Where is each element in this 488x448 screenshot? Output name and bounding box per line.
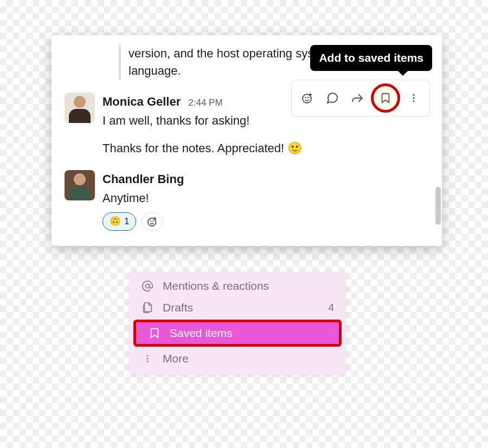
sidebar-item-count: 4 — [328, 302, 334, 314]
sidebar-item-more[interactable]: More — [129, 348, 346, 369]
sidebar-item-label: More — [163, 352, 189, 365]
share-button[interactable] — [346, 87, 369, 109]
sidebar-item-drafts[interactable]: Drafts 4 — [129, 297, 346, 319]
svg-point-7 — [151, 220, 151, 221]
drafts-icon — [141, 302, 154, 314]
save-message-button[interactable] — [371, 83, 400, 113]
message-author[interactable]: Chandler Bing — [102, 170, 184, 188]
more-actions-button[interactable] — [402, 87, 425, 109]
svg-point-10 — [147, 355, 149, 356]
message-text: Anytime! — [102, 189, 429, 207]
add-reaction-button[interactable] — [142, 212, 163, 231]
svg-point-12 — [147, 361, 149, 362]
reaction-pill[interactable]: 🙃 1 — [102, 212, 136, 231]
thread-reply-button[interactable] — [321, 87, 344, 109]
sidebar-item-label: Mentions & reactions — [163, 280, 269, 293]
message-time: 2:44 PM — [188, 96, 222, 110]
sidebar-item-label: Drafts — [163, 301, 193, 314]
tooltip-label: Add to saved items — [319, 51, 423, 64]
reaction-emoji: 🙃 — [110, 215, 121, 229]
svg-point-2 — [308, 98, 309, 98]
message-author[interactable]: Monica Geller — [102, 93, 181, 111]
svg-point-8 — [153, 220, 153, 221]
more-icon — [141, 354, 154, 363]
avatar[interactable] — [65, 170, 95, 200]
avatar[interactable] — [65, 93, 95, 123]
scrollbar[interactable] — [435, 187, 441, 225]
svg-point-5 — [413, 100, 414, 102]
reaction-count: 1 — [124, 215, 129, 229]
message-row: Chandler Bing Anytime! 🙃 1 — [65, 170, 429, 231]
tooltip-save: Add to saved items — [310, 45, 432, 71]
at-icon — [141, 280, 154, 292]
sidebar-item-saved[interactable]: Saved items — [133, 320, 342, 347]
svg-point-4 — [413, 97, 414, 99]
svg-point-9 — [145, 284, 149, 288]
reaction-bar: 🙃 1 — [102, 212, 429, 231]
sidebar-item-label: Saved items — [170, 327, 233, 340]
svg-point-1 — [305, 98, 306, 98]
svg-point-11 — [147, 358, 149, 360]
message-text: Thanks for the notes. Appreciated! 🙂 — [102, 139, 429, 157]
add-reaction-button[interactable] — [296, 87, 319, 109]
sidebar-item-mentions[interactable]: Mentions & reactions — [129, 275, 346, 297]
chat-card: Add to saved items version, and the host… — [52, 35, 442, 246]
sidebar-snippet: Mentions & reactions Drafts 4 Saved item… — [129, 272, 346, 375]
message-body: Chandler Bing Anytime! 🙃 1 — [102, 170, 429, 231]
bookmark-icon — [148, 327, 161, 339]
message-action-bar — [291, 80, 430, 116]
smile-emoji: 🙂 — [287, 141, 302, 155]
svg-point-3 — [413, 94, 414, 96]
